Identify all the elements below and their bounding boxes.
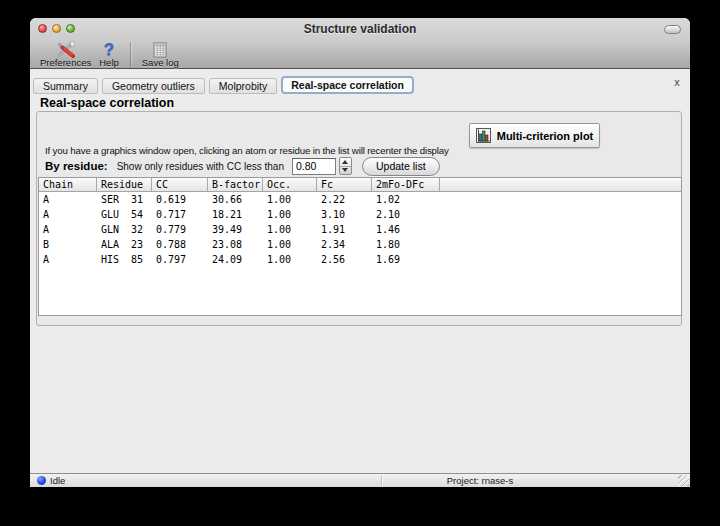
cell-chain: A	[39, 254, 97, 265]
cell-residue: SER31	[97, 194, 152, 205]
cell-b-factor: 30.66	[208, 194, 263, 205]
cell-chain: A	[39, 209, 97, 220]
table-body: A SER31 0.619 30.66 1.00 2.22 1.02 A GLU…	[39, 192, 681, 267]
cc-threshold-input[interactable]	[292, 158, 336, 175]
bar-chart-icon	[476, 128, 491, 143]
cell-chain: A	[39, 224, 97, 235]
column-header-residue[interactable]: Residue	[97, 178, 152, 191]
resize-grip[interactable]	[678, 475, 689, 486]
spreadsheet-icon	[153, 41, 167, 58]
cell-cc: 0.788	[152, 239, 208, 250]
stepper-down-button[interactable]	[340, 167, 351, 175]
table-row[interactable]: B ALA23 0.788 23.08 1.00 2.34 1.80	[39, 237, 681, 252]
cell-chain: A	[39, 194, 97, 205]
filter-controls: By residue: Show only residues with CC l…	[45, 156, 440, 176]
cell-2mfo-dfc: 2.10	[372, 209, 440, 220]
table-row[interactable]: A GLU54 0.717 18.21 1.00 3.10 2.10	[39, 207, 681, 222]
toolbar-toggle-button[interactable]	[664, 25, 681, 34]
preferences-label: Preferences	[40, 58, 91, 68]
cell-b-factor: 18.21	[208, 209, 263, 220]
crossed-tools-icon	[55, 41, 77, 58]
cell-b-factor: 24.09	[208, 254, 263, 265]
multi-criterion-plot-button[interactable]: Multi-criterion plot	[469, 123, 600, 148]
titlebar[interactable]: Structure validation	[30, 18, 690, 40]
cell-occ: 1.00	[263, 239, 317, 250]
column-header-2mfo-dfc[interactable]: 2mFo-DFc	[372, 178, 440, 191]
status-indicator-icon	[37, 476, 46, 485]
tab-bar: Summary Geometry outliers Molprobity Rea…	[33, 75, 683, 94]
real-space-correlation-panel: If you have a graphics window open, clic…	[36, 111, 682, 326]
status-bar: Idle Project: rnase-s	[30, 473, 690, 487]
cell-cc: 0.619	[152, 194, 208, 205]
close-tab-icon[interactable]: x	[671, 76, 683, 88]
cell-2mfo-dfc: 1.69	[372, 254, 440, 265]
residue-table: Chain Residue CC B-factor Occ. Fc 2mFo-D…	[38, 177, 682, 316]
column-header-filler	[440, 178, 681, 191]
tab-molprobity[interactable]: Molprobity	[209, 78, 277, 94]
cell-residue: GLN32	[97, 224, 152, 235]
cell-b-factor: 23.08	[208, 239, 263, 250]
cell-cc: 0.779	[152, 224, 208, 235]
table-header-row: Chain Residue CC B-factor Occ. Fc 2mFo-D…	[39, 178, 681, 192]
update-list-button[interactable]: Update list	[362, 157, 440, 176]
toolbar: Preferences ? Help	[30, 40, 690, 69]
cell-2mfo-dfc: 1.46	[372, 224, 440, 235]
project-label: Project: rnase-s	[415, 475, 545, 486]
column-header-cc[interactable]: CC	[152, 178, 208, 191]
question-mark-icon: ?	[104, 42, 114, 57]
cell-2mfo-dfc: 1.02	[372, 194, 440, 205]
help-label: Help	[99, 58, 119, 68]
cell-fc: 2.22	[317, 194, 372, 205]
stepper-up-button[interactable]	[340, 158, 351, 167]
page-title: Real-space correlation	[40, 96, 174, 110]
save-log-button[interactable]: Save log	[138, 41, 183, 69]
cell-fc: 1.91	[317, 224, 372, 235]
cell-occ: 1.00	[263, 209, 317, 220]
status-field-divider	[381, 476, 382, 486]
column-header-fc[interactable]: Fc	[317, 178, 372, 191]
toolbar-separator	[130, 42, 131, 66]
preferences-button[interactable]: Preferences	[36, 41, 95, 69]
cell-residue: GLU54	[97, 209, 152, 220]
cell-residue: ALA23	[97, 239, 152, 250]
table-row[interactable]: A HIS85 0.797 24.09 1.00 2.56 1.69	[39, 252, 681, 267]
save-log-label: Save log	[142, 58, 179, 68]
table-row[interactable]: A GLN32 0.779 39.49 1.00 1.91 1.46	[39, 222, 681, 237]
cell-b-factor: 39.49	[208, 224, 263, 235]
column-header-chain[interactable]: Chain	[39, 178, 97, 191]
help-button[interactable]: ? Help	[95, 41, 123, 69]
tab-real-space-correlation[interactable]: Real-space correlation	[281, 76, 414, 94]
notebook-page: Summary Geometry outliers Molprobity Rea…	[30, 70, 690, 473]
cell-occ: 1.00	[263, 224, 317, 235]
cell-fc: 3.10	[317, 209, 372, 220]
column-header-b-factor[interactable]: B-factor	[208, 178, 263, 191]
cell-residue: HIS85	[97, 254, 152, 265]
multi-criterion-plot-label: Multi-criterion plot	[497, 130, 594, 142]
by-residue-label: By residue:	[45, 160, 108, 172]
tab-summary[interactable]: Summary	[33, 78, 98, 94]
app-window: Structure validation Preferences	[30, 18, 690, 487]
window-title: Structure validation	[30, 22, 690, 36]
window-chrome: Structure validation Preferences	[30, 18, 690, 69]
cell-occ: 1.00	[263, 194, 317, 205]
cell-occ: 1.00	[263, 254, 317, 265]
cc-threshold-label: Show only residues with CC less than	[117, 161, 284, 172]
cell-chain: B	[39, 239, 97, 250]
desktop-background: Structure validation Preferences	[0, 0, 720, 526]
cell-2mfo-dfc: 1.80	[372, 239, 440, 250]
cell-cc: 0.717	[152, 209, 208, 220]
cell-cc: 0.797	[152, 254, 208, 265]
tab-geometry-outliers[interactable]: Geometry outliers	[102, 78, 205, 94]
cell-fc: 2.34	[317, 239, 372, 250]
cc-threshold-stepper	[339, 157, 352, 175]
cell-fc: 2.56	[317, 254, 372, 265]
status-text: Idle	[50, 475, 65, 486]
column-header-occ[interactable]: Occ.	[263, 178, 317, 191]
table-row[interactable]: A SER31 0.619 30.66 1.00 2.22 1.02	[39, 192, 681, 207]
